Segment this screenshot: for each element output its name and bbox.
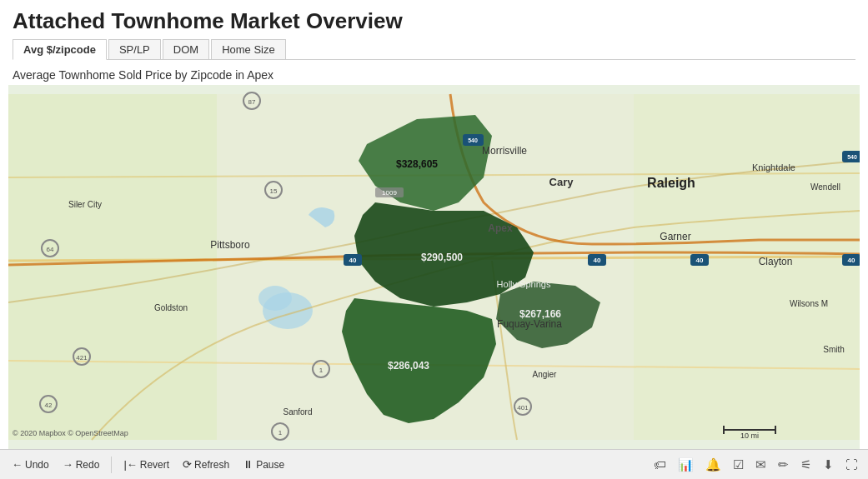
- svg-text:Wendell: Wendell: [810, 182, 840, 192]
- svg-text:Goldston: Goldston: [154, 303, 188, 312]
- svg-text:© 2020 Mapbox © OpenStreetMap: © 2020 Mapbox © OpenStreetMap: [13, 429, 128, 437]
- svg-text:Pittsboro: Pittsboro: [210, 239, 250, 251]
- svg-text:15: 15: [270, 187, 278, 195]
- revert-label: Revert: [140, 459, 169, 471]
- undo-icon: ←: [12, 458, 23, 471]
- svg-text:Knightdale: Knightdale: [752, 162, 795, 172]
- redo-label: Redo: [76, 459, 100, 471]
- header: Attached Townhome Market Overview Avg $/…: [0, 0, 868, 63]
- tab-sp/lp[interactable]: SP/LP: [108, 39, 161, 59]
- svg-rect-3: [8, 94, 217, 440]
- tag-icon-button[interactable]: 🏷: [650, 456, 670, 473]
- tab-homesize[interactable]: Home Size: [211, 39, 286, 59]
- undo-button[interactable]: ← Undo: [7, 456, 54, 473]
- svg-rect-4: [634, 94, 860, 440]
- svg-text:Holly Springs: Holly Springs: [497, 279, 551, 289]
- toolbar-right: 🏷 📊 🔔 ☑ ✉ ✏ ⚟ ⬇ ⛶: [650, 456, 861, 474]
- bell-icon-button[interactable]: 🔔: [702, 456, 725, 474]
- separator-1: [111, 457, 112, 473]
- tab-bar: Avg $/zipcodeSP/LPDOMHome Size: [13, 39, 855, 60]
- map-svg: $328,605 $290,500 $267,166 $286,043 Morr…: [8, 85, 860, 449]
- refresh-button[interactable]: ⟳ Refresh: [178, 456, 234, 473]
- svg-text:$290,500: $290,500: [421, 252, 463, 263]
- svg-text:Garner: Garner: [660, 231, 690, 242]
- undo-label: Undo: [25, 459, 49, 471]
- map-background: $328,605 $290,500 $267,166 $286,043 Morr…: [8, 85, 860, 449]
- svg-text:421: 421: [76, 354, 88, 362]
- svg-text:1: 1: [319, 367, 324, 374]
- revert-icon: |←: [123, 458, 137, 471]
- svg-text:Angier: Angier: [533, 370, 558, 379]
- refresh-icon: ⟳: [183, 458, 192, 471]
- toolbar: ← Undo → Redo |← Revert ⟳ Refresh ⏸ Paus…: [0, 449, 868, 479]
- svg-text:Clayton: Clayton: [759, 256, 793, 267]
- svg-text:Cary: Cary: [549, 176, 574, 188]
- svg-text:40: 40: [594, 257, 601, 264]
- tab-avg/zipcode[interactable]: Avg $/zipcode: [13, 39, 107, 60]
- svg-text:$328,605: $328,605: [396, 158, 438, 170]
- svg-point-2: [258, 286, 292, 311]
- check-icon-button[interactable]: ☑: [730, 456, 747, 474]
- app: Attached Townhome Market Overview Avg $/…: [0, 0, 868, 479]
- pause-button[interactable]: ⏸ Pause: [238, 456, 289, 473]
- svg-text:Sanford: Sanford: [283, 407, 312, 417]
- svg-text:42: 42: [45, 402, 53, 409]
- svg-text:401: 401: [517, 404, 529, 412]
- svg-text:40: 40: [696, 257, 704, 264]
- chart-icon-button[interactable]: 📊: [675, 456, 697, 474]
- svg-text:87: 87: [248, 98, 256, 106]
- svg-text:Siler City: Siler City: [68, 200, 102, 209]
- share-icon-button[interactable]: ⚟: [797, 456, 815, 474]
- svg-text:540: 540: [468, 137, 478, 143]
- svg-text:Fuquay-Varina: Fuquay-Varina: [497, 318, 562, 330]
- pause-icon: ⏸: [243, 458, 253, 471]
- redo-icon: →: [63, 458, 73, 471]
- svg-text:Smith: Smith: [823, 345, 845, 354]
- mail-icon-button[interactable]: ✉: [752, 456, 770, 474]
- tab-dom[interactable]: DOM: [163, 39, 209, 59]
- redo-button[interactable]: → Redo: [58, 456, 105, 473]
- svg-text:64: 64: [47, 246, 54, 253]
- svg-text:40: 40: [848, 257, 855, 264]
- refresh-label: Refresh: [194, 459, 229, 471]
- svg-text:1: 1: [278, 429, 283, 437]
- svg-text:540: 540: [847, 154, 857, 160]
- svg-text:Raleigh: Raleigh: [647, 176, 695, 190]
- svg-text:$286,043: $286,043: [388, 360, 429, 372]
- svg-text:Wilsons M: Wilsons M: [790, 299, 828, 308]
- revert-button[interactable]: |← Revert: [118, 456, 174, 473]
- svg-text:Morrisville: Morrisville: [482, 145, 527, 157]
- expand-icon-button[interactable]: ⛶: [842, 456, 861, 473]
- download-icon-button[interactable]: ⬇: [820, 456, 837, 474]
- pencil-icon-button[interactable]: ✏: [775, 456, 792, 474]
- page-title: Attached Townhome Market Overview: [13, 8, 855, 34]
- svg-text:Apex: Apex: [488, 222, 513, 234]
- svg-text:40: 40: [349, 257, 357, 264]
- svg-text:1009: 1009: [382, 189, 397, 197]
- map-container[interactable]: $328,605 $290,500 $267,166 $286,043 Morr…: [8, 85, 860, 449]
- chart-subtitle: Average Townhome Sold Price by Zipcode i…: [0, 63, 868, 85]
- svg-text:10 mi: 10 mi: [740, 432, 759, 440]
- pause-label: Pause: [256, 459, 284, 471]
